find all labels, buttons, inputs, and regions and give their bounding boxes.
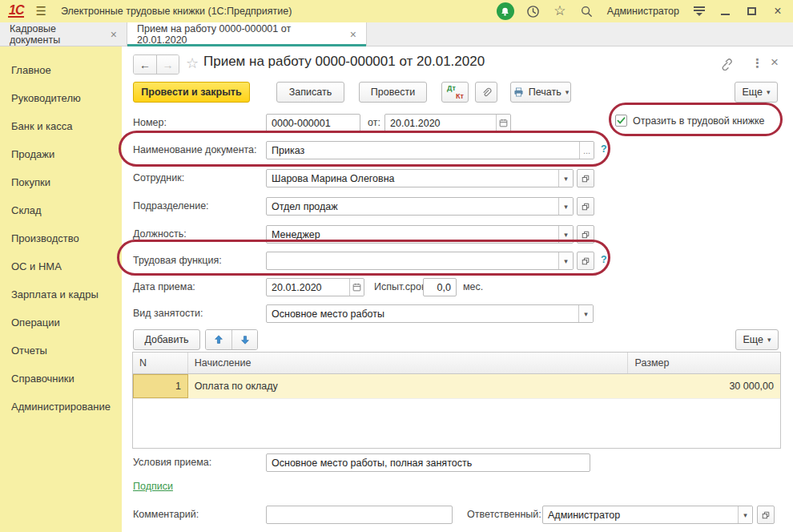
column-header-n[interactable]: N: [133, 353, 188, 373]
reflect-in-workbook-checkbox[interactable]: Отразить в трудовой книжке: [615, 115, 765, 127]
hamburger-icon[interactable]: ☰: [35, 4, 46, 18]
dt-kt-postings-button[interactable]: Дт Кт: [441, 82, 469, 103]
sidebar-item-glavnoe[interactable]: Главное: [0, 56, 122, 84]
amount-cell[interactable]: 30 000,00: [628, 374, 780, 398]
sidebar-item-operacii[interactable]: Операции: [0, 308, 122, 337]
table-row[interactable]: 1 Оплата по окладу 30 000,00: [133, 374, 780, 399]
department-open-button[interactable]: [577, 197, 594, 216]
sidebar-item-spravochniki[interactable]: Справочники: [0, 365, 122, 393]
form-title: Прием на работу 0000-000001 от 20.01.202…: [203, 54, 485, 70]
date-from-label: от:: [368, 117, 380, 128]
kebab-menu-icon[interactable]: ⋮: [751, 56, 763, 71]
sidebar-item-zarplata-i-kadry[interactable]: Зарплата и кадры: [0, 280, 122, 308]
sidebar-item-rukovoditelyu[interactable]: Руководителю: [0, 84, 122, 112]
arrow-up-icon: [213, 334, 224, 345]
add-row-button[interactable]: Добавить: [133, 329, 200, 350]
move-up-button[interactable]: [206, 330, 231, 349]
chevron-down-icon[interactable]: ▾: [558, 252, 573, 269]
sidebar-item-prodazhi[interactable]: Продажи: [0, 140, 122, 168]
minimize-button[interactable]: [718, 4, 732, 18]
column-header-amount[interactable]: Размер: [628, 353, 780, 373]
tab-close-icon[interactable]: ×: [350, 29, 356, 40]
write-button[interactable]: Записать: [276, 82, 344, 103]
labor-function-help-icon[interactable]: ?: [601, 254, 607, 265]
position-label: Должность:: [133, 228, 187, 240]
sidebar-item-administrirovanie[interactable]: Администрирование: [0, 393, 122, 421]
comment-label: Комментарий:: [133, 509, 199, 520]
checkbox-checked-icon: [615, 115, 627, 127]
labor-function-open-button[interactable]: [577, 252, 594, 270]
table-empty-area: [133, 399, 780, 448]
table-header-row: N Начисление Размер: [133, 353, 780, 374]
sidebar-item-os-i-nma[interactable]: ОС и НМА: [0, 252, 122, 280]
post-and-close-button[interactable]: Провести и закрыть: [133, 82, 250, 103]
employee-open-button[interactable]: [577, 169, 594, 187]
employment-type-label: Вид занятости:: [133, 308, 203, 319]
favorites-icon[interactable]: ☆: [553, 4, 567, 18]
responsible-open-button[interactable]: [757, 506, 775, 524]
checkbox-label: Отразить в трудовой книжке: [633, 115, 765, 127]
maximize-button[interactable]: [744, 4, 759, 18]
kt-label: Кт: [456, 92, 464, 100]
row-number-cell[interactable]: 1: [133, 374, 188, 398]
hire-date-field[interactable]: 20.01.2020: [266, 278, 364, 296]
sidebar-item-pokupki[interactable]: Покупки: [0, 168, 122, 196]
signatures-link[interactable]: Подписи: [133, 481, 173, 492]
sidebar-item-bank-i-kassa[interactable]: Банк и касса: [0, 112, 122, 140]
sidebar: Главное Руководителю Банк и касса Продаж…: [0, 46, 122, 532]
back-button[interactable]: ←: [134, 55, 156, 74]
doc-name-field[interactable]: Приказ ...: [266, 141, 594, 159]
doc-name-help-icon[interactable]: ?: [601, 143, 607, 155]
probation-field[interactable]: 0,0: [423, 278, 457, 296]
responsible-field[interactable]: Администратор ▾: [542, 506, 753, 524]
form-close-icon[interactable]: ×: [771, 54, 779, 71]
employee-label: Сотрудник:: [133, 172, 184, 183]
position-open-button[interactable]: [577, 225, 594, 244]
employee-field[interactable]: Шарова Марина Олеговна ▾: [266, 169, 574, 187]
more-button-table[interactable]: Еще ▾: [735, 329, 779, 350]
favorite-star-icon[interactable]: ☆: [186, 54, 199, 72]
more-label: Еще: [743, 334, 763, 345]
accruals-table: N Начисление Размер 1 Оплата по окладу 3…: [132, 352, 781, 449]
position-field[interactable]: Менеджер ▾: [266, 225, 574, 244]
sidebar-item-sklad[interactable]: Склад: [0, 196, 122, 224]
doc-date-field[interactable]: 20.01.2020: [384, 114, 511, 132]
arrow-down-icon: [240, 334, 251, 345]
notifications-icon[interactable]: [497, 2, 514, 20]
accrual-cell[interactable]: Оплата по окладу: [188, 374, 629, 398]
history-icon[interactable]: [526, 4, 541, 18]
attachments-button[interactable]: [475, 82, 497, 103]
comment-field[interactable]: [266, 506, 453, 524]
service-menu-icon[interactable]: [693, 6, 706, 16]
chevron-down-icon[interactable]: ▾: [558, 170, 573, 187]
sidebar-item-otchety[interactable]: Отчеты: [0, 337, 122, 365]
calendar-icon[interactable]: [349, 279, 364, 296]
move-down-button[interactable]: [231, 330, 257, 349]
window-title: Электронные трудовые книжки (1С:Предприя…: [61, 6, 292, 17]
sidebar-item-proizvodstvo[interactable]: Производство: [0, 224, 122, 252]
number-field[interactable]: 0000-000001: [266, 114, 360, 132]
tab-kadrovye-dokumenty[interactable]: Кадровые документы ×: [0, 22, 127, 46]
tab-priem-na-rabotu[interactable]: Прием на работу 0000-000001 от 20.01.202…: [127, 22, 367, 46]
employment-type-field[interactable]: Основное место работы ▾: [266, 304, 594, 323]
get-link-icon[interactable]: [719, 57, 733, 71]
ellipsis-picker-icon[interactable]: ...: [579, 142, 594, 159]
1c-logo: 1С: [8, 5, 24, 18]
window-close-button[interactable]: ×: [771, 4, 785, 18]
search-icon[interactable]: [579, 4, 594, 18]
print-button[interactable]: Печать ▾: [510, 82, 571, 103]
post-button[interactable]: Провести: [359, 82, 427, 103]
chevron-down-icon[interactable]: ▾: [738, 506, 752, 523]
current-user[interactable]: Администратор: [607, 6, 679, 17]
conditions-field[interactable]: Основное место работы, полная занятость: [266, 453, 590, 472]
forward-button[interactable]: →: [156, 55, 179, 74]
labor-function-field[interactable]: ▾: [266, 252, 574, 270]
more-button-top[interactable]: Еще ▾: [735, 82, 778, 103]
chevron-down-icon[interactable]: ▾: [558, 226, 573, 243]
calendar-icon[interactable]: [496, 115, 510, 131]
column-header-accrual[interactable]: Начисление: [188, 353, 629, 373]
chevron-down-icon[interactable]: ▾: [558, 198, 573, 215]
tab-close-icon[interactable]: ×: [111, 29, 117, 40]
chevron-down-icon[interactable]: ▾: [578, 305, 593, 322]
department-field[interactable]: Отдел продаж ▾: [266, 197, 574, 216]
